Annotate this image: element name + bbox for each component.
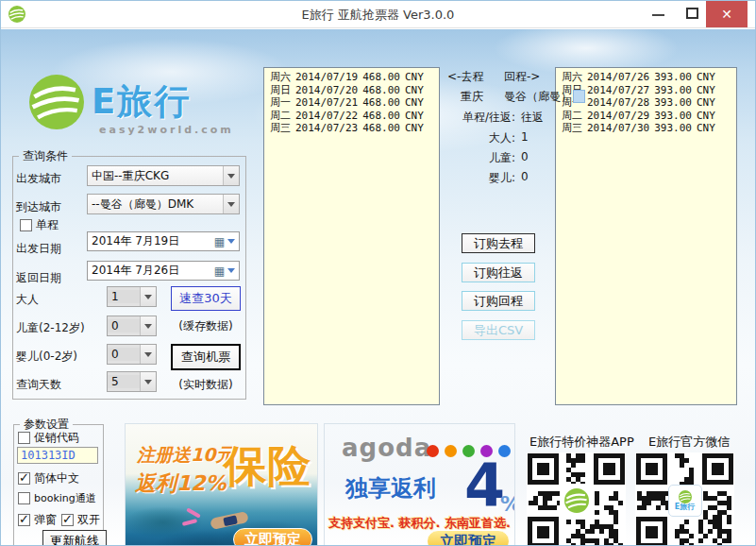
summary-infant-label: 婴儿:	[440, 170, 515, 186]
fin-image	[186, 507, 201, 518]
search-tickets-button[interactable]: 查询机票	[171, 344, 241, 370]
depart-date-picker[interactable]: 2014年 7月19日 ▦	[87, 231, 240, 251]
return-date-picker[interactable]: 2014年 7月26日 ▦	[87, 261, 240, 281]
close-button[interactable]: ✕	[706, 1, 748, 27]
flight-row[interactable]: 周日2014/07/20468.00CNY	[270, 83, 439, 96]
order-return-button[interactable]: 订购回程	[462, 291, 535, 311]
oneway-label: 单程	[36, 217, 59, 233]
flight-currency: CNY	[697, 71, 715, 83]
flight-row[interactable]: 周三2014/07/23468.00CNY	[270, 121, 439, 134]
infant-label: 婴儿(0-2岁)	[16, 349, 77, 365]
flight-date: 2014/07/21	[295, 96, 358, 109]
flight-date: 2014/07/20	[295, 84, 358, 96]
days-select[interactable]: 5	[107, 371, 157, 392]
flight-currency: CNY	[697, 96, 715, 109]
simplified-chinese-checkbox[interactable]: 简体中文	[18, 470, 79, 486]
agoda-book-now-button[interactable]: 立即预定	[427, 530, 510, 546]
summary-child-value: 0	[521, 150, 529, 163]
popup-checkbox[interactable]: 弹窗	[18, 512, 57, 528]
to-city: 曼谷（廊曼）	[504, 89, 572, 105]
close-icon: ✕	[721, 7, 732, 22]
flight-row[interactable]: 周六2014/07/26393.00CNY	[562, 70, 736, 83]
flight-price: 468.00	[362, 84, 400, 96]
promo-code-label: 促销代码	[34, 430, 79, 446]
chevron-down-icon[interactable]	[227, 268, 235, 273]
brand-swirl-icon	[29, 75, 84, 129]
depart-city-select[interactable]: 中国--重庆CKG	[87, 165, 240, 186]
chevron-down-icon[interactable]	[140, 372, 156, 391]
flight-price: 393.00	[654, 71, 692, 83]
flight-date: 2014/07/19	[295, 71, 358, 83]
app-window: E旅行 亚航抢票器 Ver3.0.0 ✕ E旅行 easy2world.com …	[0, 0, 756, 546]
flight-row[interactable]: 周三2014/07/30393.00CNY	[562, 121, 736, 134]
qr-finder-icon	[528, 453, 559, 485]
calendar-icon: ▦	[214, 235, 225, 248]
adult-select[interactable]: 1	[107, 286, 157, 307]
qr-mini-brand: E旅行	[675, 503, 695, 511]
qr-finder-icon	[702, 453, 733, 485]
qr-center-logo	[560, 484, 594, 518]
oneway-checkbox[interactable]: 单程	[20, 217, 59, 233]
chevron-down-icon[interactable]	[227, 239, 235, 244]
flight-row[interactable]: 周一2014/07/28393.00CNY	[562, 95, 736, 109]
flight-date: 2014/07/26	[587, 71, 649, 83]
flight-currency: CNY	[697, 110, 715, 122]
flight-day: 周三	[270, 122, 291, 134]
flight-currency: CNY	[405, 110, 424, 122]
flight-price: 393.00	[654, 122, 692, 134]
return-flight-list[interactable]: 周六2014/07/26393.00CNY 周日2014/07/27393.00…	[555, 67, 737, 405]
dual-open-checkbox[interactable]: 双开	[61, 512, 100, 528]
brand-name: E旅行	[92, 78, 191, 126]
maximize-button[interactable]	[679, 1, 707, 27]
chevron-down-icon[interactable]	[140, 287, 156, 306]
quick-search-note: (缓存数据)	[163, 318, 248, 334]
return-header: 回程->	[504, 69, 540, 85]
insurance-ad-banner[interactable]: 注册送10元 返利12% 保险 立即预定	[125, 423, 318, 546]
order-roundtrip-button[interactable]: 订购往返	[462, 263, 535, 282]
arrive-city-value: --曼谷（廊曼）DMK	[88, 196, 223, 213]
chevron-down-icon[interactable]	[223, 195, 239, 213]
update-routes-button[interactable]: 更新航线	[42, 530, 107, 546]
chevron-down-icon[interactable]	[140, 345, 156, 364]
adult-label: 大人	[16, 292, 39, 308]
app-qr-code	[527, 452, 626, 546]
insurance-book-now-button[interactable]: 立即预定	[233, 528, 312, 546]
chevron-down-icon[interactable]	[140, 316, 156, 335]
arrive-city-select[interactable]: --曼谷（廊曼）DMK	[87, 194, 240, 214]
flight-price: 393.00	[654, 110, 692, 122]
flight-date: 2014/07/23	[295, 122, 358, 134]
flight-row[interactable]: 周一2014/07/21468.00CNY	[270, 95, 439, 109]
promo-code-checkbox[interactable]: 促销代码	[18, 430, 79, 446]
flight-date: 2014/07/29	[587, 110, 649, 122]
depart-city-label: 出发城市	[16, 171, 61, 187]
from-city: 重庆	[461, 89, 483, 105]
order-outbound-button[interactable]: 订购去程	[462, 233, 535, 253]
quick-search-30days-button[interactable]: 速查30天	[171, 286, 241, 311]
agoda-ad-line1: 独享返利	[345, 473, 436, 503]
flight-price: 393.00	[654, 84, 692, 96]
chevron-down-icon[interactable]	[223, 166, 239, 185]
days-value: 5	[108, 375, 140, 388]
app-qr-label: E旅行特价神器APP	[529, 434, 634, 451]
flight-price: 468.00	[362, 110, 400, 122]
agoda-ad-banner[interactable]: agoda 独享返利 4 % 支持支付宝. 获积分. 东南亚首选. 立即预定	[324, 423, 515, 546]
flight-row[interactable]: 周六2014/07/19468.00CNY	[270, 70, 439, 83]
search-note: (实时数据)	[163, 377, 248, 393]
flight-price: 468.00	[362, 96, 400, 109]
outbound-flight-list[interactable]: 周六2014/07/19468.00CNY 周日2014/07/20468.00…	[263, 67, 440, 405]
flight-date: 2014/07/28	[587, 96, 649, 109]
simplified-chinese-label: 简体中文	[34, 470, 79, 486]
booking-channel-label: booking通道	[34, 491, 96, 505]
booking-channel-checkbox[interactable]: booking通道	[18, 491, 96, 505]
flight-price: 393.00	[654, 96, 692, 109]
qr-finder-icon	[636, 517, 667, 546]
minimize-button[interactable]	[645, 1, 673, 27]
flight-row[interactable]: 周二2014/07/22468.00CNY	[270, 109, 439, 122]
child-select[interactable]: 0	[107, 316, 157, 336]
wechat-qr-code: E旅行	[635, 452, 734, 546]
export-csv-button[interactable]: 导出CSV	[462, 320, 535, 340]
flight-row[interactable]: 周日2014/07/27393.00CNY	[562, 83, 736, 96]
flight-row[interactable]: 周二2014/07/29393.00CNY	[562, 109, 736, 122]
infant-select[interactable]: 0	[107, 344, 157, 365]
promo-code-input[interactable]: 101313ID	[17, 447, 98, 464]
